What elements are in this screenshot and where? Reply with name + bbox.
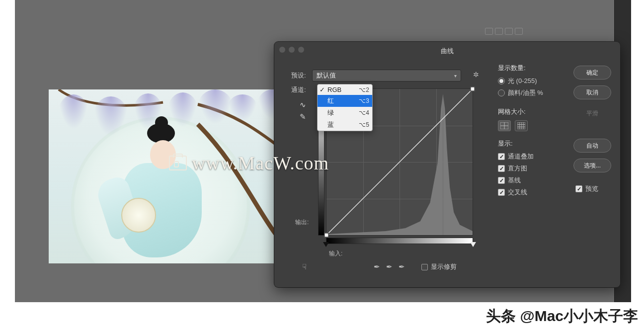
smooth-button: 平滑 <box>573 109 611 118</box>
channel-option-label: 蓝 <box>327 120 334 129</box>
intersection-label: 交叉线 <box>508 188 527 197</box>
overlay-checkbox[interactable] <box>498 153 505 160</box>
cancel-button[interactable]: 取消 <box>573 85 611 99</box>
dialog-title: 曲线 <box>274 47 620 56</box>
grid-fine-button[interactable] <box>515 120 528 131</box>
watermark: www.MacW.com <box>169 152 329 174</box>
light-label: 光 (0-255) <box>508 77 537 85</box>
display-options: 显示数量: 光 (0-255) 颜料/油墨 % 网格大小: 显示: <box>498 64 569 200</box>
input-label: 输入: <box>329 249 342 258</box>
preset-label: 预设: <box>291 71 306 80</box>
channel-option-label: RGB <box>327 86 341 93</box>
curve-draw-tool-icon[interactable]: ✎ <box>298 112 307 121</box>
image-figure <box>112 118 208 263</box>
eyedropper-group: ✒ ✒ ✒ <box>374 262 405 271</box>
show-clipping-row: 显示修剪 <box>421 262 457 271</box>
watermark-logo-icon <box>169 156 187 170</box>
channel-dropdown[interactable]: ✓ RGB ⌥2 红 ⌥3 绿 ⌥4 蓝 ⌥5 <box>317 84 373 131</box>
curve-point-highlight[interactable] <box>471 87 475 91</box>
attribution-text: 头条 @Mac小小木子李 <box>486 306 638 327</box>
watermark-text: www.MacW.com <box>192 152 329 174</box>
preset-row: 预设: 默认值 ▾ <box>291 70 461 82</box>
app-panel-icons <box>485 28 523 35</box>
auto-button[interactable]: 自动 <box>573 139 611 153</box>
channel-option-shortcut: ⌥3 <box>359 97 369 104</box>
pigment-radio[interactable] <box>498 89 505 96</box>
grid-size-title: 网格大小: <box>498 107 569 116</box>
dialog-buttons: 确定 取消 平滑 自动 选项... 预览 <box>573 66 611 193</box>
channel-option-label: 绿 <box>327 108 334 117</box>
check-icon: ✓ <box>320 86 325 93</box>
intersection-checkbox[interactable] <box>498 189 505 196</box>
channel-label: 通道: <box>291 85 306 94</box>
overlay-label: 通道叠加 <box>508 152 534 161</box>
gray-eyedropper-icon[interactable]: ✒ <box>386 262 393 271</box>
show-amount-title: 显示数量: <box>498 64 569 73</box>
output-label: 输出: <box>295 218 309 227</box>
show-title: 显示: <box>498 139 569 148</box>
light-radio[interactable] <box>498 78 505 84</box>
channel-option-shortcut: ⌥4 <box>359 109 369 116</box>
options-button[interactable]: 选项... <box>573 159 611 172</box>
input-gradient <box>326 238 473 244</box>
baseline-checkbox[interactable] <box>498 177 505 184</box>
preset-value: 默认值 <box>317 71 336 80</box>
channel-option-blue[interactable]: 蓝 ⌥5 <box>318 119 372 131</box>
channel-option-shortcut: ⌥2 <box>359 86 369 93</box>
target-adjust-icon[interactable]: ☟ <box>302 262 307 271</box>
histogram-label: 直方图 <box>508 164 527 173</box>
channel-option-rgb[interactable]: ✓ RGB ⌥2 <box>318 84 372 95</box>
panel-icon[interactable] <box>485 28 493 35</box>
panel-icon[interactable] <box>515 28 523 35</box>
channel-option-red[interactable]: 红 ⌥3 <box>318 95 372 107</box>
channel-option-green[interactable]: 绿 ⌥4 <box>318 107 372 119</box>
attribution-bar: 头条 @Mac小小木子李 <box>0 302 644 330</box>
grid-coarse-button[interactable] <box>498 120 511 131</box>
black-point-slider[interactable] <box>323 242 329 247</box>
image-wisteria <box>59 94 88 129</box>
image-wisteria <box>228 94 257 122</box>
preview-checkbox[interactable] <box>575 185 582 192</box>
preset-select[interactable]: 默认值 ▾ <box>312 70 461 82</box>
document-canvas[interactable] <box>49 89 296 263</box>
workspace: ↗ 曲线 预设: <box>15 0 631 303</box>
curve-edit-tools: ∿ ✎ <box>298 100 307 121</box>
panel-icon[interactable] <box>505 28 513 35</box>
curve-point-tool-icon[interactable]: ∿ <box>298 100 307 109</box>
show-clipping-checkbox[interactable] <box>421 264 428 270</box>
white-point-slider[interactable] <box>470 242 476 247</box>
preset-gear-icon[interactable]: ✲ <box>473 71 479 79</box>
panel-icon[interactable] <box>495 28 503 35</box>
baseline-label: 基线 <box>508 176 521 185</box>
black-eyedropper-icon[interactable]: ✒ <box>374 262 380 271</box>
show-clipping-label: 显示修剪 <box>431 262 457 271</box>
ok-button[interactable]: 确定 <box>573 66 611 80</box>
chevron-down-icon: ▾ <box>454 73 457 79</box>
pigment-label: 颜料/油墨 % <box>508 88 543 97</box>
curve-point-shadow[interactable] <box>324 233 329 238</box>
white-eyedropper-icon[interactable]: ✒ <box>399 262 405 271</box>
histogram-checkbox[interactable] <box>498 165 505 172</box>
preview-label: 预览 <box>585 184 598 193</box>
channel-option-shortcut: ⌥5 <box>359 121 369 128</box>
channel-option-label: 红 <box>327 96 334 105</box>
